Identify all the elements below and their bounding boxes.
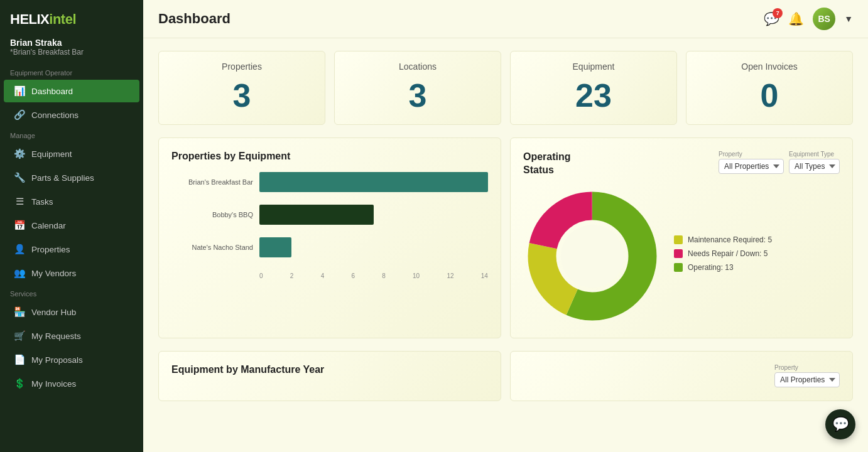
bar-fill	[259, 237, 291, 257]
dashboard-icon: 📊	[14, 85, 25, 97]
sidebar-item-properties[interactable]: 👤 Properties	[4, 238, 139, 261]
os-header: OperatingStatus Property All Properties …	[523, 151, 840, 177]
property-filter-wrapper: Property All Properties	[719, 151, 784, 174]
bar-axis: 0 2 4 6 8 10 12 14	[259, 270, 488, 279]
chat-button[interactable]: 💬	[825, 409, 855, 439]
page-title: Dashboard	[158, 11, 231, 27]
bar-track	[259, 205, 488, 225]
sidebar-item-parts-supplies[interactable]: 🔧 Parts & Supplies	[4, 166, 139, 189]
bar-label: Nate's Nacho Stand	[171, 244, 259, 251]
sidebar: HELIXintel Brian Straka *Brian's Breakfa…	[0, 0, 143, 452]
legend-label-repair: Needs Repair / Down: 5	[688, 249, 768, 258]
manufacture-year-title: Equipment by Manufacture Year	[171, 364, 488, 375]
sidebar-item-label: My Invoices	[31, 379, 76, 389]
legend-dot-operating	[674, 263, 683, 272]
stat-card-open-invoices[interactable]: Open Invoices 0	[686, 51, 853, 125]
sidebar-item-dashboard[interactable]: 📊 Dashboard	[4, 80, 139, 102]
stat-cards: Properties 3 Locations 3 Equipment 23 Op…	[158, 51, 853, 125]
bottom-row: Equipment by Manufacture Year Property A…	[158, 351, 853, 401]
bar-fill	[259, 205, 374, 225]
topbar: Dashboard 💬 7 🔔 BS ▼	[143, 0, 868, 38]
bottom-card-manufacture-year: Equipment by Manufacture Year	[158, 351, 501, 401]
invoices-icon: 💲	[14, 378, 25, 389]
tasks-icon: ☰	[14, 196, 25, 207]
sidebar-item-label: Equipment	[31, 149, 72, 159]
donut-chart	[523, 187, 661, 325]
os-filters: Property All Properties Equipment Type A…	[719, 151, 840, 174]
property-filter-label: Property	[719, 151, 784, 158]
bottom-card-property: Property All Properties	[510, 351, 853, 401]
sidebar-item-connections[interactable]: 🔗 Connections	[4, 104, 139, 126]
calendar-icon: 📅	[14, 220, 25, 231]
svg-point-3	[561, 225, 624, 288]
legend-dot-repair	[674, 249, 683, 258]
sidebar-item-label: My Vendors	[31, 269, 76, 278]
messages-icon[interactable]: 💬 7	[764, 11, 779, 26]
os-title: OperatingStatus	[523, 151, 571, 177]
notifications-icon[interactable]: 🔔	[788, 11, 804, 26]
notification-badge: 7	[773, 8, 783, 18]
bottom-property-label: Property	[774, 364, 840, 371]
equipment-type-select[interactable]: All Types	[789, 159, 840, 174]
legend-label-operating: Operating: 13	[688, 263, 734, 272]
dashboard-content: Properties 3 Locations 3 Equipment 23 Op…	[143, 38, 868, 452]
avatar[interactable]: BS	[813, 8, 835, 30]
legend-dot-maintenance	[674, 235, 683, 244]
sidebar-item-my-invoices[interactable]: 💲 My Invoices	[4, 372, 139, 395]
bar-track	[259, 237, 488, 257]
stat-value: 3	[171, 79, 312, 112]
charts-row: Properties by Equipment Brian's Breakfas…	[158, 137, 853, 338]
bottom-property-select[interactable]: All Properties	[774, 372, 840, 387]
bar-label: Bobby's BBQ	[171, 211, 259, 218]
section-label-manage: Manage	[0, 127, 143, 142]
sidebar-item-my-proposals[interactable]: 📄 My Proposals	[4, 348, 139, 371]
topbar-right: 💬 7 🔔 BS ▼	[764, 8, 853, 30]
sidebar-item-label: Calendar	[31, 221, 66, 230]
stat-label: Open Invoices	[699, 62, 840, 72]
bar-chart-title: Properties by Equipment	[171, 151, 488, 162]
app-logo: HELIXintel	[0, 0, 143, 35]
os-content: Maintenance Required: 5 Needs Repair / D…	[523, 187, 840, 325]
legend-item-operating: Operating: 13	[674, 263, 840, 272]
sidebar-item-my-requests[interactable]: 🛒 My Requests	[4, 325, 139, 347]
stat-card-equipment[interactable]: Equipment 23	[510, 51, 677, 125]
properties-icon: 👤	[14, 244, 25, 255]
legend-item-repair: Needs Repair / Down: 5	[674, 249, 840, 258]
avatar-initials: BS	[818, 14, 830, 24]
sidebar-item-label: Dashboard	[31, 87, 73, 96]
sidebar-item-label: My Requests	[31, 331, 81, 341]
user-org: *Brian's Breakfast Bar	[10, 48, 133, 56]
bar-label: Brian's Breakfast Bar	[171, 178, 259, 186]
sidebar-item-label: Connections	[31, 110, 79, 120]
sidebar-item-vendor-hub[interactable]: 🏪 Vendor Hub	[4, 301, 139, 323]
legend-label-maintenance: Maintenance Required: 5	[688, 235, 772, 244]
bar-chart-card: Properties by Equipment Brian's Breakfas…	[158, 137, 501, 338]
user-dropdown-icon[interactable]: ▼	[844, 14, 853, 24]
sidebar-item-label: Vendor Hub	[31, 308, 76, 317]
sidebar-item-label: Parts & Supplies	[31, 173, 94, 183]
main-content: Dashboard 💬 7 🔔 BS ▼ Properties 3 Locati…	[143, 0, 868, 452]
bar-chart: Brian's Breakfast Bar Bobby's BBQ Nate's…	[171, 172, 488, 286]
bar-row-0: Brian's Breakfast Bar	[171, 172, 488, 192]
logo-helix: HELIX	[10, 11, 49, 27]
sidebar-item-label: Properties	[31, 245, 70, 254]
stat-label: Equipment	[523, 62, 664, 72]
sidebar-item-equipment[interactable]: ⚙️ Equipment	[4, 143, 139, 165]
vendor-hub-icon: 🏪	[14, 306, 25, 318]
connections-icon: 🔗	[14, 109, 25, 121]
stat-card-locations[interactable]: Locations 3	[334, 51, 501, 125]
sidebar-item-label: Tasks	[31, 197, 53, 207]
user-info: Brian Straka *Brian's Breakfast Bar	[0, 35, 143, 64]
sidebar-item-calendar[interactable]: 📅 Calendar	[4, 214, 139, 237]
section-label-services: Services	[0, 285, 143, 300]
property-filter-select[interactable]: All Properties	[719, 159, 784, 174]
stat-card-properties[interactable]: Properties 3	[158, 51, 325, 125]
bottom-property-wrapper: Property All Properties	[774, 364, 840, 387]
section-label-operator: Equipment Operator	[0, 64, 143, 79]
logo-intel: intel	[49, 11, 76, 27]
sidebar-item-my-vendors[interactable]: 👥 My Vendors	[4, 262, 139, 284]
equipment-type-label: Equipment Type	[789, 151, 840, 158]
sidebar-item-tasks[interactable]: ☰ Tasks	[4, 190, 139, 213]
proposals-icon: 📄	[14, 354, 25, 365]
equipment-icon: ⚙️	[14, 148, 25, 159]
